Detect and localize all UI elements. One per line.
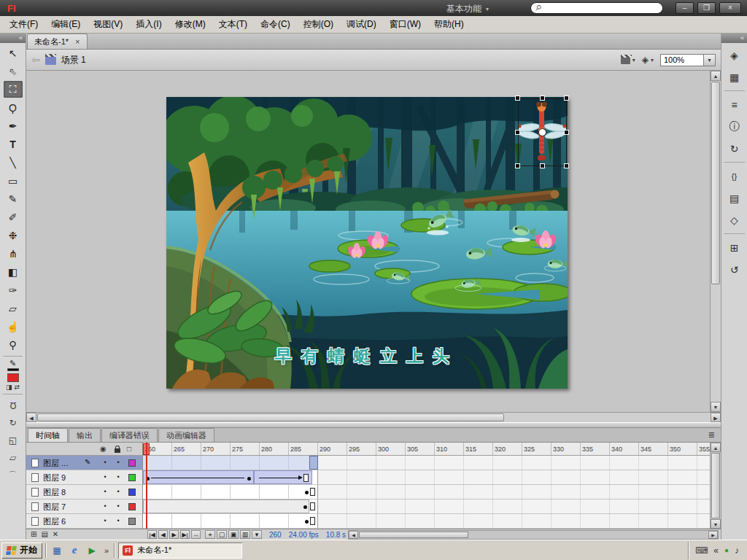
swatches-panel-icon[interactable]: ▦: [724, 67, 745, 87]
eyedropper-tool[interactable]: ✑: [4, 281, 23, 298]
free-transform-tool[interactable]: ⛶: [4, 81, 23, 98]
quick-launch-desktop-icon[interactable]: ▦: [50, 543, 64, 558]
transform-handle[interactable]: [564, 130, 569, 135]
transform-panel-icon[interactable]: ↻: [724, 139, 745, 158]
close-button[interactable]: ×: [719, 2, 741, 14]
new-folder-button[interactable]: ▤: [41, 530, 47, 539]
end-frame-marker[interactable]: [310, 488, 315, 496]
zoom-tool[interactable]: ⚲: [4, 336, 23, 353]
lasso-tool[interactable]: Ϙ: [4, 99, 23, 116]
end-frame-marker[interactable]: [310, 517, 315, 525]
transform-handle[interactable]: [564, 163, 569, 168]
layer-visible-dot[interactable]: •: [101, 473, 109, 481]
pen-tool[interactable]: ✒: [4, 117, 23, 134]
keyframe-dot[interactable]: [303, 505, 307, 509]
hand-tool[interactable]: ☝: [4, 318, 23, 335]
black-white-button[interactable]: ◨: [6, 384, 12, 391]
zoom-value[interactable]: 100%: [660, 54, 704, 66]
lock-icon[interactable]: [115, 448, 120, 453]
snap-to-objects-option[interactable]: Ω: [4, 397, 23, 413]
history-panel-icon[interactable]: ↺: [724, 260, 745, 279]
layer-color-swatch[interactable]: [128, 459, 136, 467]
frame-rate-value[interactable]: 24.00 fps: [289, 531, 319, 539]
first-frame-button[interactable]: |◀: [147, 530, 157, 539]
keyframe-dot[interactable]: [305, 520, 309, 524]
menu-edit[interactable]: 编辑(E): [44, 16, 87, 33]
scale-option[interactable]: ◱: [4, 432, 23, 448]
menu-window[interactable]: 窗口(W): [383, 16, 427, 33]
outline-icon[interactable]: □: [127, 445, 131, 453]
scroll-left-icon[interactable]: ◀: [26, 413, 36, 422]
playhead-line[interactable]: [146, 443, 147, 529]
edit-symbols-button[interactable]: ◈ ▾: [642, 55, 654, 65]
menu-help[interactable]: 帮助(H): [427, 16, 471, 33]
search-box[interactable]: ⚲: [530, 2, 663, 14]
transform-handle[interactable]: [515, 130, 520, 135]
layer-visible-dot[interactable]: •: [101, 517, 109, 524]
transform-handle[interactable]: [540, 163, 545, 168]
scroll-up-icon[interactable]: ▲: [711, 443, 721, 452]
scrollbar-thumb[interactable]: [359, 532, 468, 538]
motion-tween-span[interactable]: [254, 470, 312, 484]
play-button[interactable]: ▶: [169, 530, 179, 539]
edit-multiple-frames-button[interactable]: ▥: [240, 530, 250, 539]
envelope-option[interactable]: ⌒: [4, 467, 23, 483]
scroll-right-icon[interactable]: ▶: [711, 413, 721, 422]
edit-scene-button[interactable]: ▾: [621, 55, 635, 64]
eraser-tool[interactable]: ▱: [4, 300, 23, 316]
layer-visible-dot[interactable]: •: [101, 488, 109, 495]
timeline-frames-row[interactable]: [143, 456, 710, 470]
static-frame-span[interactable]: [143, 499, 309, 513]
frame-span[interactable]: [143, 514, 318, 528]
tray-volume-icon[interactable]: ♪: [735, 545, 739, 556]
scroll-down-icon[interactable]: ▼: [711, 402, 721, 412]
step-back-button[interactable]: ◀: [158, 530, 168, 539]
paint-bucket-tool[interactable]: ◧: [4, 263, 23, 280]
menu-file[interactable]: 文件(F): [3, 16, 44, 33]
transform-handle[interactable]: [515, 163, 520, 168]
timeline-frames[interactable]: 260 265 270 275 280 285 290 295 300 305 …: [143, 443, 710, 529]
minimize-button[interactable]: –: [676, 2, 694, 14]
fill-color-swatch[interactable]: [7, 373, 19, 382]
timeline-horizontal-scrollbar[interactable]: ◀ ▶: [348, 530, 719, 540]
layer-color-swatch[interactable]: [128, 503, 136, 510]
layer-color-swatch[interactable]: [128, 518, 136, 525]
tab-timeline[interactable]: 时间轴: [28, 428, 68, 442]
transform-handle[interactable]: [564, 96, 569, 101]
menu-control[interactable]: 控制(O): [297, 16, 340, 33]
horizontal-scrollbar[interactable]: ◀ ▶: [26, 412, 721, 422]
selection-bounding-box[interactable]: [518, 98, 567, 166]
align-panel-icon[interactable]: ≡: [724, 95, 745, 114]
tray-hidden-icon[interactable]: «: [713, 545, 719, 556]
deco-tool[interactable]: ❉: [4, 227, 23, 244]
library-panel-icon[interactable]: ▤: [724, 188, 745, 208]
scroll-left-icon[interactable]: ◀: [349, 531, 358, 539]
collapse-panel-icon[interactable]: «: [0, 34, 26, 43]
menu-insert[interactable]: 插入(I): [129, 16, 168, 33]
layer-row[interactable]: 图层 9 • •: [26, 470, 142, 485]
stage-canvas[interactable]: 早有蜻蜓立上头: [166, 97, 568, 389]
layer-color-swatch[interactable]: [128, 474, 136, 481]
selection-tool[interactable]: ↖: [4, 44, 23, 61]
rectangle-tool[interactable]: ▭: [4, 172, 23, 189]
menu-view[interactable]: 视图(V): [87, 16, 129, 33]
motion-tween-span[interactable]: [143, 470, 254, 484]
document-tab[interactable]: 未命名-1* ×: [27, 34, 88, 49]
menu-debug[interactable]: 调试(D): [340, 16, 383, 33]
quick-launch-ie-icon[interactable]: e: [67, 543, 82, 558]
frame-span[interactable]: [143, 485, 318, 499]
quick-launch-media-icon[interactable]: ▶: [85, 543, 99, 558]
layer-visible-dot[interactable]: •: [101, 459, 109, 466]
color-panel-icon[interactable]: ◈: [724, 45, 745, 65]
keyframe-dot[interactable]: [305, 491, 309, 494]
layer-row[interactable]: 图层 7 • •: [26, 499, 142, 514]
layer-lock-dot[interactable]: •: [115, 459, 122, 466]
timeline-frames-row[interactable]: [143, 470, 710, 485]
keyframe-cell[interactable]: [309, 456, 318, 470]
end-frame-marker[interactable]: [310, 502, 315, 510]
scroll-right-icon[interactable]: ▶: [708, 531, 718, 539]
new-layer-button[interactable]: ⊞: [31, 530, 36, 539]
timeline-frames-row[interactable]: [143, 514, 710, 529]
delete-layer-button[interactable]: ✕: [53, 530, 58, 539]
components-panel-icon[interactable]: ⊞: [724, 238, 745, 257]
